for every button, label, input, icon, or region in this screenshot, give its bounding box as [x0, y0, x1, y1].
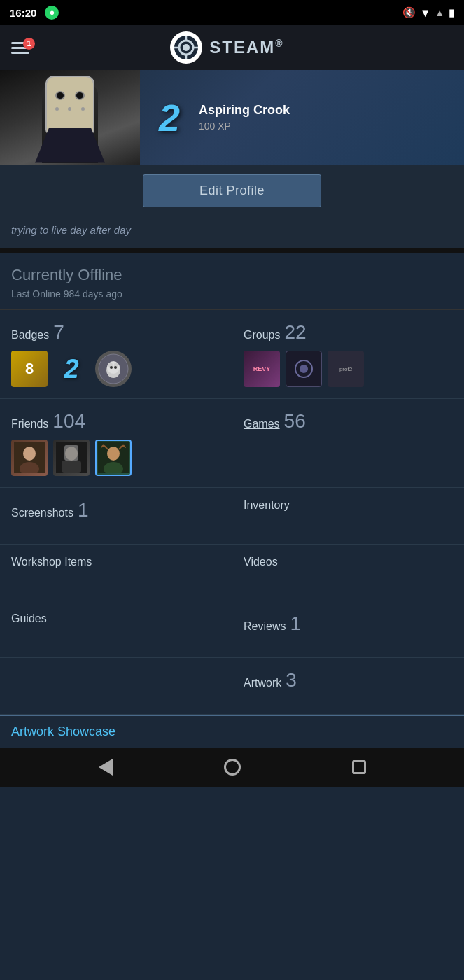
artwork-row: Artwork 3 — [0, 658, 464, 715]
avatar-background — [0, 70, 140, 164]
wifi-icon: ▼ — [420, 7, 430, 19]
artwork-count: 3 — [286, 669, 297, 692]
empty-cell-left — [0, 658, 232, 714]
status-left: 16:20 ● — [10, 6, 59, 20]
badge-info: Aspiring Crook 100 XP — [199, 103, 456, 132]
friend-icon-1 — [11, 440, 48, 476]
inventory-cell[interactable]: Inventory — [232, 488, 464, 544]
screenshots-cell[interactable]: Screenshots 1 — [0, 488, 232, 544]
badges-label: Badges — [11, 329, 49, 342]
android-recents-button[interactable] — [346, 755, 372, 780]
inventory-header: Inventory — [244, 499, 453, 512]
svg-point-9 — [114, 366, 117, 369]
group-icon-2 — [286, 351, 322, 387]
steam-logo: STEAM® — [170, 31, 283, 64]
friends-header: Friends 104 — [11, 410, 220, 433]
android-back-button[interactable] — [93, 755, 118, 780]
android-home-button[interactable] — [220, 755, 245, 780]
home-icon — [224, 759, 241, 776]
online-status-label: Currently Offline — [11, 266, 453, 284]
notification-badge: 1 — [23, 38, 35, 50]
groups-cell[interactable]: Groups 22 REVY prof2 — [232, 310, 464, 398]
guides-cell[interactable]: Guides — [0, 601, 232, 657]
badges-cell[interactable]: Badges 7 8 2 — [0, 310, 232, 398]
badges-header: Badges 7 — [11, 321, 220, 344]
status-bar: 16:20 ● 🔇 ▼ ▲ ▮ — [0, 0, 464, 25]
videos-header: Videos — [244, 556, 453, 568]
friends-cell[interactable]: Friends 104 — [0, 399, 232, 487]
status-right: 🔇 ▼ ▲ ▮ — [402, 6, 454, 19]
friend-icon-3 — [95, 440, 132, 476]
whatsapp-icon: ● — [45, 6, 59, 20]
artwork-showcase-section[interactable]: Artwork Showcase — [0, 715, 464, 748]
reviews-label: Reviews — [244, 620, 286, 633]
svg-rect-18 — [62, 461, 81, 473]
screenshots-header: Screenshots 1 — [11, 499, 220, 522]
reviews-cell[interactable]: Reviews 1 — [232, 601, 464, 657]
guides-header: Guides — [11, 612, 220, 625]
guides-label: Guides — [11, 612, 47, 625]
app-header: 1 STEAM® — [0, 25, 464, 70]
signal-icon: ▲ — [435, 7, 444, 18]
inventory-label: Inventory — [244, 499, 290, 512]
videos-label: Videos — [244, 556, 278, 568]
workshop-videos-row: Workshop Items Videos — [0, 545, 464, 601]
friends-count: 104 — [52, 410, 85, 433]
level-badge-icon: 2 — [148, 93, 190, 142]
svg-point-14 — [23, 447, 36, 461]
reviews-count: 1 — [290, 612, 301, 635]
screenshots-inventory-row: Screenshots 1 Inventory — [0, 488, 464, 545]
friends-games-row: Friends 104 — [0, 399, 464, 488]
games-header: Games 56 — [244, 410, 453, 433]
badges-icons: 8 2 — [11, 351, 220, 387]
friend-icon-2 — [53, 440, 90, 476]
svg-point-8 — [110, 366, 113, 369]
games-cell[interactable]: Games 56 — [232, 399, 464, 487]
profile-avatar — [0, 70, 140, 164]
badges-groups-row: Badges 7 8 2 — [0, 310, 464, 399]
badge-icon-8: 8 — [11, 351, 48, 387]
games-label[interactable]: Games — [244, 418, 280, 430]
group-icon-3: prof2 — [328, 351, 364, 387]
svg-point-2 — [183, 44, 190, 51]
workshop-header: Workshop Items — [11, 556, 220, 568]
battery-icon: ▮ — [449, 7, 454, 18]
bio-text: trying to live day after day — [11, 224, 131, 236]
badge-xp: 100 XP — [199, 120, 456, 132]
svg-rect-19 — [64, 445, 78, 461]
artwork-showcase-title: Artwork Showcase — [11, 724, 115, 738]
groups-header: Groups 22 — [244, 321, 453, 344]
artwork-label: Artwork — [244, 677, 281, 690]
artwork-cell[interactable]: Artwork 3 — [232, 658, 464, 714]
groups-label: Groups — [244, 329, 280, 342]
svg-point-5 — [107, 361, 120, 374]
groups-icons: REVY prof2 — [244, 351, 453, 387]
edit-profile-section: Edit Profile — [0, 164, 464, 217]
svg-point-12 — [300, 365, 308, 373]
screenshots-label: Screenshots — [11, 507, 73, 519]
videos-cell[interactable]: Videos — [232, 545, 464, 601]
friends-icons — [11, 440, 220, 476]
steam-title: STEAM® — [209, 38, 283, 57]
online-status-section: Currently Offline Last Online 984 days a… — [0, 253, 464, 310]
mute-icon: 🔇 — [402, 6, 416, 19]
badge-icon-2: 2 — [53, 351, 90, 387]
screenshots-count: 1 — [78, 499, 89, 522]
bio-section: trying to live day after day — [0, 217, 464, 248]
menu-button[interactable]: 1 — [11, 42, 29, 54]
section-divider — [0, 248, 464, 253]
games-count: 56 — [284, 410, 306, 433]
group-icon-1: REVY — [244, 351, 280, 387]
workshop-label: Workshop Items — [11, 556, 92, 568]
groups-count: 22 — [284, 321, 306, 344]
edit-profile-button[interactable]: Edit Profile — [143, 174, 321, 207]
workshop-items-cell[interactable]: Workshop Items — [0, 545, 232, 601]
stats-grid: Badges 7 8 2 — [0, 310, 464, 715]
badge-icon-wolf — [95, 351, 132, 387]
friends-label: Friends — [11, 418, 48, 430]
level-number: 2 — [159, 99, 180, 136]
svg-point-21 — [107, 447, 120, 461]
recents-icon — [352, 760, 366, 774]
profile-header: 2 Aspiring Crook 100 XP — [0, 70, 464, 164]
back-icon — [99, 759, 113, 776]
